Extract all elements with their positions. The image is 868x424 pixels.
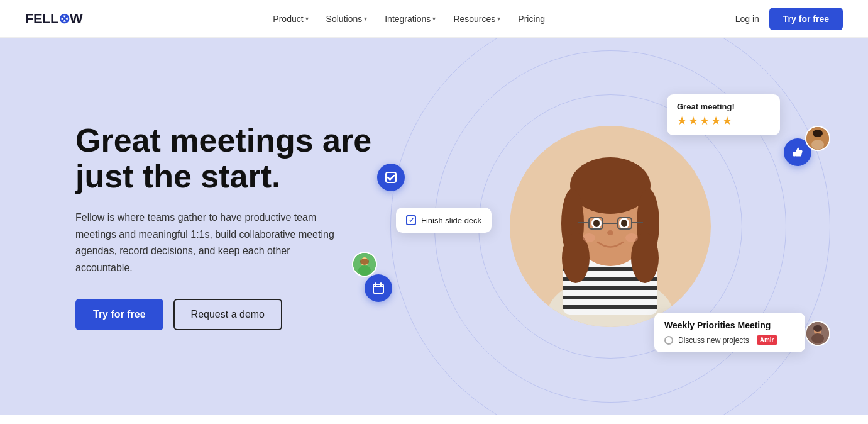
svg-point-17 — [621, 220, 627, 227]
avatar-green — [352, 252, 377, 277]
try-free-button-hero[interactable]: Try for free — [75, 299, 163, 330]
svg-rect-4 — [563, 286, 657, 290]
nav-product[interactable]: Product ▾ — [266, 10, 314, 28]
svg-point-15 — [593, 220, 600, 227]
svg-point-38 — [811, 140, 824, 150]
calendar-icon-button[interactable] — [365, 274, 392, 302]
chevron-down-icon: ▾ — [497, 15, 500, 22]
svg-point-34 — [358, 265, 371, 276]
task-card: Finish slide deck — [396, 208, 492, 233]
hero-section: Great meetings are just the start. Fello… — [0, 38, 868, 415]
avatar-beard — [805, 321, 830, 346]
chevron-down-icon: ▾ — [305, 15, 309, 22]
nav-integrations[interactable]: Integrations ▾ — [378, 10, 442, 28]
svg-rect-31 — [793, 152, 796, 157]
svg-rect-6 — [563, 305, 657, 309]
try-free-button-nav[interactable]: Try for free — [769, 8, 843, 30]
hero-title: Great meetings are just the start. — [75, 123, 402, 194]
avatar-dark — [805, 126, 830, 151]
nav-links: Product ▾ Solutions ▾ Integrations ▾ Res… — [266, 10, 551, 28]
bottom-strip: Rated #1 meeting management software on … — [0, 415, 868, 424]
svg-rect-5 — [563, 296, 657, 299]
hero-description: Fellow is where teams gather to have pro… — [75, 209, 339, 276]
navbar: FELL ⊗ W Product ▾ Solutions ▾ Integrati… — [0, 0, 868, 38]
chevron-down-icon: ▾ — [432, 15, 436, 22]
rating-card-title: Great meeting! — [677, 102, 770, 111]
rating-stars: ★★★★★ — [677, 114, 770, 128]
task-checkbox-icon — [406, 215, 416, 225]
meeting-card-title: Weekly Priorities Meeting — [664, 320, 795, 330]
hero-left: Great meetings are just the start. Fello… — [75, 123, 402, 330]
svg-point-42 — [811, 333, 824, 343]
svg-rect-27 — [373, 284, 383, 293]
amir-badge: Amir — [757, 335, 777, 345]
svg-point-24 — [583, 233, 595, 242]
request-demo-button[interactable]: Request a demo — [173, 299, 282, 330]
svg-point-23 — [607, 230, 613, 235]
svg-point-39 — [813, 130, 823, 137]
login-link[interactable]: Log in — [735, 14, 759, 24]
hero-buttons: Try for free Request a demo — [75, 299, 402, 330]
meeting-item-text: Discuss new projects — [678, 336, 749, 345]
hero-illustration: Great meeting! ★★★★★ Finish slide deck W… — [402, 75, 818, 377]
chevron-down-icon: ▾ — [364, 15, 367, 22]
svg-point-35 — [360, 259, 369, 265]
logo[interactable]: FELL ⊗ W — [25, 11, 83, 27]
nav-pricing[interactable]: Pricing — [512, 10, 551, 28]
person-avatar — [510, 126, 711, 327]
meeting-card: Weekly Priorities Meeting Discuss new pr… — [654, 313, 805, 352]
rating-card: Great meeting! ★★★★★ — [667, 94, 780, 135]
nav-solutions[interactable]: Solutions ▾ — [320, 10, 374, 28]
nav-right: Log in Try for free — [735, 8, 843, 30]
check-icon-button[interactable] — [377, 164, 405, 191]
task-label: Finish slide deck — [421, 216, 481, 225]
svg-point-43 — [813, 325, 822, 332]
meeting-item-circle — [664, 336, 673, 345]
svg-point-25 — [625, 233, 638, 242]
nav-resources[interactable]: Resources ▾ — [447, 10, 507, 28]
